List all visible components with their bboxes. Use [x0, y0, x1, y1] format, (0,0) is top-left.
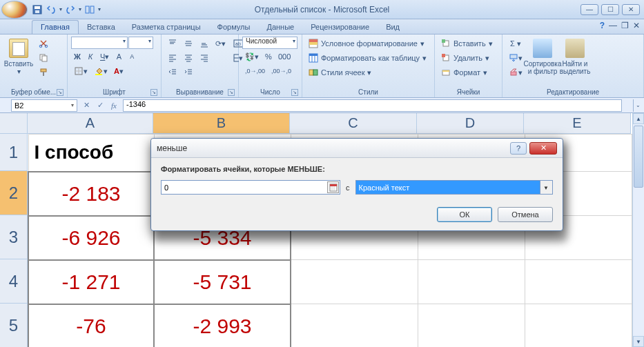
delete-cells-button[interactable]: Удалить ▾ [438, 51, 498, 65]
shrink-font-button[interactable]: A [126, 50, 138, 63]
row-1[interactable]: 1 [0, 134, 28, 171]
cell-C5[interactable] [291, 304, 418, 348]
increase-decimal-button[interactable]: ,0→,00 [242, 64, 268, 78]
cell-E5[interactable] [525, 304, 632, 348]
fx-button[interactable]: fx [108, 99, 120, 112]
alignment-launcher-icon[interactable]: ↘ [228, 89, 235, 96]
insert-cells-button[interactable]: Вставить ▾ [438, 37, 498, 50]
row-3[interactable]: 3 [0, 215, 28, 259]
row-4[interactable]: 4 [0, 259, 28, 304]
formula-input[interactable]: -1346 [123, 99, 622, 112]
number-format-combo[interactable]: Числовой [242, 37, 297, 49]
cancel-formula-button[interactable]: ✕ [80, 99, 92, 112]
col-C[interactable]: C [290, 113, 417, 134]
bold-button[interactable]: Ж [71, 50, 84, 63]
percent-button[interactable]: % [262, 50, 275, 63]
clipboard-launcher-icon[interactable]: ↘ [57, 89, 64, 96]
select-all-corner[interactable] [0, 113, 28, 134]
col-E[interactable]: E [524, 113, 631, 134]
doc-close-icon[interactable]: ✕ [633, 21, 640, 30]
dialog-close-button[interactable]: ✕ [529, 142, 557, 155]
save-icon[interactable] [32, 4, 43, 15]
row-5[interactable]: 5 [0, 304, 28, 347]
font-launcher-icon[interactable]: ↘ [150, 89, 157, 96]
align-middle-button[interactable] [181, 37, 196, 50]
maximize-button[interactable]: ☐ [601, 4, 619, 15]
cell-A4[interactable]: -1 271 [28, 260, 154, 304]
undo-icon[interactable] [46, 4, 57, 15]
align-bottom-button[interactable] [197, 37, 212, 50]
cell-A1[interactable]: I способ [28, 135, 154, 172]
undo-dropdown-icon[interactable]: ▾ [59, 6, 62, 12]
cell-A5[interactable]: -76 [28, 304, 154, 348]
tab-review[interactable]: Рецензирование [302, 21, 378, 34]
redo-dropdown-icon[interactable]: ▾ [79, 6, 81, 12]
italic-button[interactable]: К [84, 50, 97, 63]
align-left-button[interactable] [165, 51, 180, 65]
autosum-button[interactable]: Σ ▾ [506, 37, 525, 50]
qat-customize-icon[interactable]: ▾ [98, 6, 101, 12]
comma-style-button[interactable]: 000 [275, 50, 293, 63]
cell-styles-button[interactable]: Стили ячеек ▾ [306, 66, 431, 79]
format-as-table-button[interactable]: Форматировать как таблицу ▾ [306, 51, 431, 65]
tab-formulas[interactable]: Формулы [209, 21, 259, 34]
format-painter-button[interactable] [36, 66, 51, 79]
tab-page-layout[interactable]: Разметка страницы [124, 21, 209, 34]
conditional-formatting-button[interactable]: Условное форматирование ▾ [306, 37, 431, 50]
threshold-input[interactable] [161, 180, 340, 195]
qat-extra-icon[interactable] [84, 4, 95, 15]
cut-button[interactable] [36, 37, 51, 50]
row-2[interactable]: 2 [0, 171, 28, 215]
cell-C4[interactable] [291, 260, 418, 304]
number-launcher-icon[interactable]: ↘ [291, 89, 298, 96]
align-right-button[interactable] [197, 51, 212, 65]
fill-button[interactable]: ▾ [506, 51, 525, 65]
tab-view[interactable]: Вид [378, 21, 408, 34]
cell-A3[interactable]: -6 926 [28, 216, 154, 260]
doc-minimize-icon[interactable]: — [609, 21, 617, 30]
align-center-button[interactable] [181, 51, 196, 65]
paste-button[interactable]: Вставить ▾ [3, 37, 34, 82]
cell-D4[interactable] [418, 260, 525, 304]
orientation-button[interactable]: ⟳▾ [213, 37, 228, 50]
vertical-scrollbar[interactable]: ▲ ▼ [632, 113, 644, 347]
col-D[interactable]: D [417, 113, 524, 134]
borders-button[interactable]: ▾ [71, 64, 90, 78]
sort-filter-button[interactable]: Сортировка и фильтр [527, 37, 558, 82]
increase-indent-button[interactable] [181, 66, 196, 79]
dialog-help-button[interactable]: ? [510, 142, 527, 155]
range-picker-button[interactable] [327, 181, 339, 193]
close-button[interactable]: ✕ [622, 4, 640, 15]
cell-B4[interactable]: -5 731 [154, 260, 291, 304]
format-select[interactable]: Красный текст ▼ [355, 180, 554, 195]
cell-A2[interactable]: -2 183 [28, 172, 154, 216]
office-button[interactable] [1, 1, 28, 19]
clear-button[interactable]: ▾ [506, 66, 525, 79]
col-A[interactable]: A [28, 113, 153, 134]
format-cells-button[interactable]: Формат ▾ [438, 66, 498, 79]
decrease-decimal-button[interactable]: ,00→,0 [269, 64, 294, 78]
enter-formula-button[interactable]: ✓ [94, 99, 106, 112]
cancel-button[interactable]: Отмена [498, 207, 553, 222]
expand-formula-bar-icon[interactable]: ⌄ [633, 99, 643, 112]
font-name-combo[interactable] [71, 37, 128, 49]
minimize-button[interactable]: — [580, 4, 598, 15]
underline-button[interactable]: Ч ▾ [97, 50, 112, 63]
fill-color-button[interactable]: ▾ [91, 64, 110, 78]
cell-E4[interactable] [525, 260, 632, 304]
help-icon[interactable]: ? [600, 21, 605, 30]
font-size-combo[interactable] [128, 37, 153, 49]
dialog-titlebar[interactable]: меньше ? ✕ [151, 139, 563, 158]
cell-B5[interactable]: -2 993 [154, 304, 291, 348]
tab-insert[interactable]: Вставка [79, 21, 124, 34]
find-select-button[interactable]: Найти и выделить [560, 37, 590, 82]
tab-home[interactable]: Главная [32, 20, 79, 34]
name-box[interactable]: B2▾ [11, 99, 77, 112]
accounting-format-button[interactable]: 💱▾ [242, 50, 262, 63]
copy-button[interactable] [36, 51, 51, 65]
decrease-indent-button[interactable] [165, 66, 180, 79]
grow-font-button[interactable]: A [113, 50, 125, 63]
cell-D5[interactable] [418, 304, 525, 348]
scroll-thumb[interactable] [634, 126, 643, 188]
col-B[interactable]: B [153, 113, 290, 134]
